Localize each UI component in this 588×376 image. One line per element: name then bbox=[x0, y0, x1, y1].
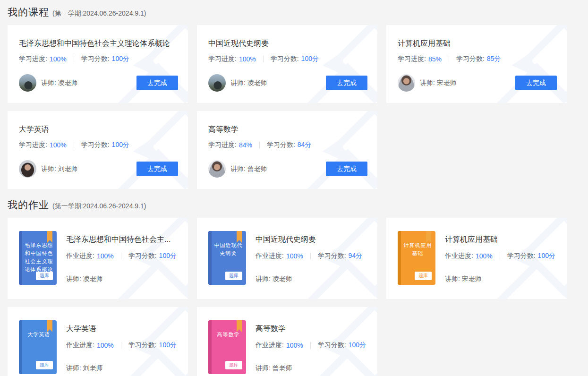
question-bank-badge: 题库 bbox=[36, 272, 53, 280]
homework-card-content: 高等数学 作业进度: 100% 学习分数: 100分 讲师: 曾老师 bbox=[256, 320, 366, 376]
student-dashboard: 我的课程 (第一学期:2024.06.26-2024.9.1) 毛泽东思想和中国… bbox=[0, 0, 588, 376]
progress-value: 100% bbox=[97, 252, 114, 260]
score-label: 学习分数: bbox=[318, 252, 346, 260]
divider bbox=[259, 142, 260, 148]
progress-label: 作业进度: bbox=[445, 252, 473, 260]
courses-grid: 毛泽东思想和中国特色社会主义理论体系概论 学习进度: 100% 学习分数: 10… bbox=[8, 25, 588, 189]
homework-card-content: 中国近现代史纲要 作业进度: 100% 学习分数: 94分 讲师: 凌老师 bbox=[256, 231, 366, 299]
courses-term-label: (第一学期:2024.06.26-2024.9.1) bbox=[52, 9, 146, 18]
progress-value: 100% bbox=[239, 55, 256, 63]
teacher-name: 讲师: 凌老师 bbox=[41, 79, 78, 87]
course-stats: 学习进度: 100% 学习分数: 100分 bbox=[208, 55, 366, 63]
course-title: 毛泽东思想和中国特色社会主义理论体系概论 bbox=[19, 39, 177, 49]
book-cover: 高等数学 题库 bbox=[208, 320, 246, 374]
homework-card[interactable]: 中国近现代史纲要 题库 中国近现代史纲要 作业进度: 100% 学习分数: 94… bbox=[197, 218, 377, 299]
course-card-footer: 讲师: 宋老师 去完成 bbox=[398, 74, 557, 92]
book-cover-title: 大学英语 bbox=[19, 320, 57, 339]
course-card: 中国近现代史纲要 学习进度: 100% 学习分数: 100分 讲师: 凌老师 去… bbox=[197, 25, 377, 103]
progress-value: 85% bbox=[428, 55, 442, 63]
course-stats: 学习进度: 84% 学习分数: 84分 bbox=[208, 141, 366, 149]
homework-stats: 作业进度: 100% 学习分数: 94分 bbox=[256, 252, 366, 260]
divider bbox=[310, 253, 311, 259]
divider bbox=[121, 253, 121, 259]
score-value: 84分 bbox=[298, 141, 312, 149]
homework-card[interactable]: 大学英语 题库 大学英语 作业进度: 100% 学习分数: 100分 讲师: 刘… bbox=[8, 307, 188, 376]
courses-section-title: 我的课程 bbox=[8, 6, 49, 19]
progress-label: 学习进度: bbox=[208, 141, 237, 149]
progress-label: 学习进度: bbox=[19, 141, 47, 149]
teacher-name: 讲师: 曾老师 bbox=[230, 165, 267, 173]
book-cover-title: 高等数学 bbox=[208, 320, 246, 339]
homework-stats: 作业进度: 100% 学习分数: 100分 bbox=[66, 252, 177, 260]
progress-label: 作业进度: bbox=[256, 341, 284, 350]
course-title: 中国近现代史纲要 bbox=[208, 39, 366, 49]
book-cover-title: 中国近现代史纲要 bbox=[208, 231, 246, 257]
divider bbox=[121, 342, 121, 349]
course-card: 毛泽东思想和中国特色社会主义理论体系概论 学习进度: 100% 学习分数: 10… bbox=[8, 25, 188, 103]
homework-title: 大学英语 bbox=[66, 324, 177, 334]
homework-stats: 作业进度: 100% 学习分数: 100分 bbox=[66, 341, 177, 350]
progress-value: 100% bbox=[50, 55, 67, 63]
courses-section: 我的课程 (第一学期:2024.06.26-2024.9.1) 毛泽东思想和中国… bbox=[8, 6, 588, 189]
progress-value: 100% bbox=[286, 252, 303, 260]
progress-label: 作业进度: bbox=[66, 341, 94, 350]
score-value: 94分 bbox=[349, 252, 363, 260]
teacher-avatar bbox=[19, 74, 36, 92]
course-card-footer: 讲师: 曾老师 去完成 bbox=[208, 160, 367, 178]
homework-card-content: 计算机应用基础 作业进度: 100% 学习分数: 100分 讲师: 宋老师 bbox=[445, 231, 556, 299]
go-complete-button[interactable]: 去完成 bbox=[515, 76, 557, 90]
question-bank-badge: 题库 bbox=[36, 361, 53, 369]
homework-stats: 作业进度: 100% 学习分数: 100分 bbox=[256, 341, 366, 350]
course-stats: 学习进度: 100% 学习分数: 100分 bbox=[19, 55, 177, 63]
score-value: 85分 bbox=[487, 55, 501, 63]
course-card-footer: 讲师: 刘老师 去完成 bbox=[19, 160, 178, 178]
progress-label: 作业进度: bbox=[256, 252, 284, 260]
teacher-avatar bbox=[398, 74, 415, 92]
teacher-name: 讲师: 宋老师 bbox=[420, 79, 457, 87]
homework-stats: 作业进度: 100% 学习分数: 100分 bbox=[445, 252, 556, 260]
homework-card[interactable]: 计算机应用基础 题库 计算机应用基础 作业进度: 100% 学习分数: 100分… bbox=[386, 218, 567, 299]
course-card: 计算机应用基础 学习进度: 85% 学习分数: 85分 讲师: 宋老师 去完成 bbox=[386, 25, 567, 103]
teacher-name: 讲师: 刘老师 bbox=[66, 364, 177, 373]
go-complete-button[interactable]: 去完成 bbox=[136, 162, 178, 176]
question-bank-badge: 题库 bbox=[415, 272, 432, 280]
teacher-name: 讲师: 凌老师 bbox=[66, 275, 177, 283]
divider bbox=[500, 253, 500, 259]
score-value: 100分 bbox=[349, 341, 366, 350]
go-complete-button[interactable]: 去完成 bbox=[326, 76, 367, 90]
course-title: 高等数学 bbox=[208, 125, 366, 135]
book-cover-title: 计算机应用基础 bbox=[398, 231, 435, 257]
teacher-name: 讲师: 凌老师 bbox=[230, 79, 267, 87]
progress-label: 作业进度: bbox=[66, 252, 94, 260]
divider bbox=[310, 342, 311, 349]
homework-title: 高等数学 bbox=[256, 324, 366, 334]
homework-title: 毛泽东思想和中国特色社会主... bbox=[66, 235, 177, 245]
progress-value: 100% bbox=[97, 342, 114, 349]
score-value: 100分 bbox=[159, 252, 177, 260]
course-card: 大学英语 学习进度: 100% 学习分数: 100分 讲师: 刘老师 去完成 bbox=[8, 111, 188, 189]
go-complete-button[interactable]: 去完成 bbox=[326, 162, 367, 176]
homework-section-header: 我的作业 (第一学期:2024.06.26-2024.9.1) bbox=[8, 198, 588, 212]
go-complete-button[interactable]: 去完成 bbox=[136, 76, 178, 90]
homework-card[interactable]: 高等数学 题库 高等数学 作业进度: 100% 学习分数: 100分 讲师: 曾… bbox=[197, 307, 377, 376]
score-label: 学习分数: bbox=[318, 341, 346, 350]
book-cover: 毛泽东思想和中国特色社会主义理论体系概论 题库 bbox=[19, 231, 57, 285]
progress-value: 100% bbox=[50, 141, 67, 149]
score-value: 100分 bbox=[301, 55, 319, 63]
homework-title: 计算机应用基础 bbox=[445, 235, 556, 245]
course-stats: 学习进度: 100% 学习分数: 100分 bbox=[19, 141, 177, 149]
teacher-name: 讲师: 宋老师 bbox=[445, 275, 556, 283]
score-label: 学习分数: bbox=[271, 55, 299, 63]
course-card: 高等数学 学习进度: 84% 学习分数: 84分 讲师: 曾老师 去完成 bbox=[197, 111, 377, 189]
courses-section-header: 我的课程 (第一学期:2024.06.26-2024.9.1) bbox=[8, 6, 588, 19]
progress-value: 84% bbox=[239, 141, 252, 149]
progress-label: 学习进度: bbox=[398, 55, 426, 63]
score-label: 学习分数: bbox=[128, 341, 157, 350]
homework-grid: 毛泽东思想和中国特色社会主义理论体系概论 题库 毛泽东思想和中国特色社会主...… bbox=[8, 218, 588, 376]
score-label: 学习分数: bbox=[267, 141, 295, 149]
course-card-footer: 讲师: 凌老师 去完成 bbox=[208, 74, 367, 92]
progress-label: 学习进度: bbox=[208, 55, 237, 63]
score-label: 学习分数: bbox=[128, 252, 157, 260]
homework-card[interactable]: 毛泽东思想和中国特色社会主义理论体系概论 题库 毛泽东思想和中国特色社会主...… bbox=[8, 218, 188, 299]
course-stats: 学习进度: 85% 学习分数: 85分 bbox=[398, 55, 556, 63]
